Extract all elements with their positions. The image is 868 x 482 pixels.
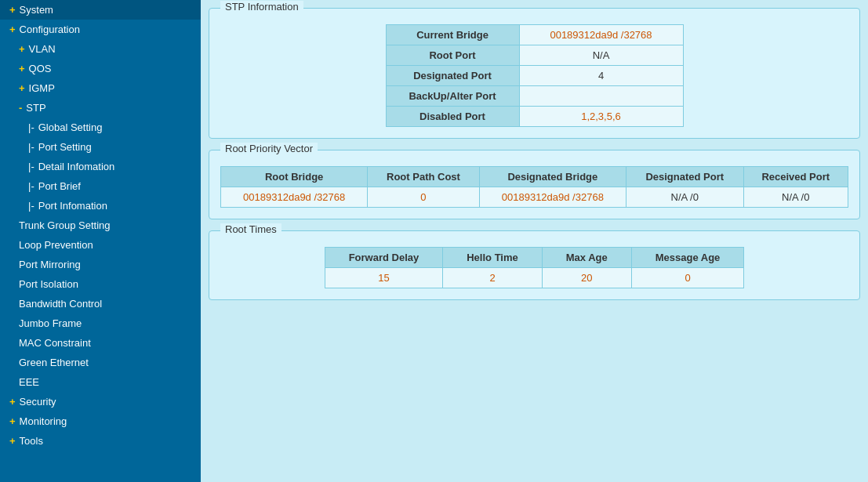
plus-icon: + xyxy=(19,43,25,55)
sidebar-label-loop-prevention: Loop Prevention xyxy=(19,239,93,251)
sidebar-item-security[interactable]: + Security xyxy=(0,392,201,411)
sidebar-item-green-ethernet[interactable]: Green Ethernet xyxy=(0,353,201,372)
sidebar-item-vlan[interactable]: + VLAN xyxy=(0,39,201,59)
sidebar-item-loop-prevention[interactable]: Loop Prevention xyxy=(0,235,201,255)
table-row: Forward DelayHello TimeMax AgeMessage Ag… xyxy=(325,248,744,268)
sidebar-item-port-brief[interactable]: |- Port Brief xyxy=(0,176,201,196)
sidebar-item-monitoring[interactable]: + Monitoring xyxy=(0,411,201,431)
sidebar-label-qos: QOS xyxy=(29,63,52,74)
stp-info-label: Disabled Port xyxy=(386,107,519,127)
rt-header: Hello Time xyxy=(443,248,543,268)
rt-cell: 0 xyxy=(631,268,744,288)
plus-icon: + xyxy=(9,4,16,16)
rpv-header: Designated Port xyxy=(626,167,743,187)
plus-icon: + xyxy=(9,24,16,35)
rpv-cell: 00189312da9d /32768 xyxy=(221,187,368,208)
table-row: Current Bridge00189312da9d /32768 xyxy=(386,25,683,45)
root-times-panel: Root Times Forward DelayHello TimeMax Ag… xyxy=(209,230,860,300)
main-content: STP Information Current Bridge00189312da… xyxy=(201,0,868,482)
rpv-table: Root BridgeRoot Path CostDesignated Brid… xyxy=(220,166,848,208)
dash-icon: |- xyxy=(28,121,35,133)
sidebar-item-jumbo-frame[interactable]: Jumbo Frame xyxy=(0,313,201,333)
rpv-cell: N/A /0 xyxy=(743,187,848,208)
sidebar-label-eee: EEE xyxy=(19,376,39,388)
sidebar-label-configuration: Configuration xyxy=(20,24,80,35)
sidebar-item-port-setting[interactable]: |- Port Setting xyxy=(0,137,201,157)
table-row: Disabled Port1,2,3,5,6 xyxy=(386,107,683,127)
rpv-cell: 0 xyxy=(368,187,479,208)
sidebar-label-monitoring: Monitoring xyxy=(20,415,67,427)
sidebar-label-tools: Tools xyxy=(20,435,43,447)
stp-info-title: STP Information xyxy=(220,1,303,13)
plus-icon: + xyxy=(19,82,25,94)
stp-info-label: Current Bridge xyxy=(386,25,519,45)
sidebar-label-green-ethernet: Green Ethernet xyxy=(19,357,89,368)
plus-icon: + xyxy=(19,63,25,74)
rpv-header: Root Bridge xyxy=(221,167,368,187)
sidebar-label-port-isolation: Port Isolation xyxy=(19,278,78,290)
sidebar-item-global-setting[interactable]: |- Global Setting xyxy=(0,118,201,137)
sidebar-item-igmp[interactable]: + IGMP xyxy=(0,78,201,98)
rt-header: Forward Delay xyxy=(325,248,443,268)
rt-cell: 20 xyxy=(542,268,631,288)
stp-info-panel: STP Information Current Bridge00189312da… xyxy=(209,8,860,139)
sidebar: + System+ Configuration+ VLAN+ QOS+ IGMP… xyxy=(0,0,201,482)
stp-info-table: Current Bridge00189312da9d /32768Root Po… xyxy=(386,24,684,127)
stp-info-value: 4 xyxy=(519,66,683,86)
rpv-title: Root Priority Vector xyxy=(220,143,318,154)
sidebar-label-jumbo-frame: Jumbo Frame xyxy=(19,317,82,329)
root-times-title: Root Times xyxy=(220,223,281,235)
table-row: Root BridgeRoot Path CostDesignated Brid… xyxy=(221,167,848,187)
sidebar-label-igmp: IGMP xyxy=(29,82,55,94)
sidebar-item-port-infomation[interactable]: |- Port Infomation xyxy=(0,196,201,216)
sidebar-label-stp: STP xyxy=(26,102,45,114)
sidebar-item-stp[interactable]: - STP xyxy=(0,98,201,118)
table-row: BackUp/Alter Port xyxy=(386,86,683,107)
dash-icon: |- xyxy=(28,180,35,192)
sidebar-item-port-mirroring[interactable]: Port Mirroring xyxy=(0,255,201,274)
sidebar-label-vlan: VLAN xyxy=(29,43,56,55)
rt-table: Forward DelayHello TimeMax AgeMessage Ag… xyxy=(325,247,745,288)
table-row: 00189312da9d /32768000189312da9d /32768N… xyxy=(221,187,848,208)
stp-info-value: 1,2,3,5,6 xyxy=(519,107,683,127)
sidebar-item-tools[interactable]: + Tools xyxy=(0,431,201,451)
rpv-header: Designated Bridge xyxy=(479,167,626,187)
stp-info-value xyxy=(519,86,683,107)
sidebar-item-mac-constraint[interactable]: MAC Constraint xyxy=(0,333,201,353)
sidebar-item-qos[interactable]: + QOS xyxy=(0,59,201,78)
rpv-header: Received Port xyxy=(743,167,848,187)
rpv-header: Root Path Cost xyxy=(368,167,479,187)
table-row: Designated Port4 xyxy=(386,66,683,86)
sidebar-label-detail-infomation: Detail Infomation xyxy=(38,161,115,172)
sidebar-label-system: System xyxy=(20,4,53,16)
minus-icon: - xyxy=(19,102,22,114)
stp-info-label: BackUp/Alter Port xyxy=(386,86,519,107)
plus-icon: + xyxy=(9,396,16,408)
sidebar-label-port-mirroring: Port Mirroring xyxy=(19,259,81,270)
sidebar-item-bandwidth-control[interactable]: Bandwidth Control xyxy=(0,294,201,313)
sidebar-label-port-infomation: Port Infomation xyxy=(38,200,107,212)
dash-icon: |- xyxy=(28,141,35,153)
sidebar-label-port-brief: Port Brief xyxy=(38,180,81,192)
plus-icon: + xyxy=(9,435,16,447)
sidebar-item-system[interactable]: + System xyxy=(0,0,201,20)
rt-header: Max Age xyxy=(542,248,631,268)
sidebar-item-configuration[interactable]: + Configuration xyxy=(0,20,201,39)
table-row: 152200 xyxy=(325,268,744,288)
stp-info-label: Root Port xyxy=(386,45,519,66)
sidebar-item-eee[interactable]: EEE xyxy=(0,372,201,392)
sidebar-label-bandwidth-control: Bandwidth Control xyxy=(19,298,102,310)
sidebar-label-trunk-group-setting: Trunk Group Setting xyxy=(19,219,111,231)
sidebar-item-detail-infomation[interactable]: |- Detail Infomation xyxy=(0,157,201,176)
sidebar-item-trunk-group-setting[interactable]: Trunk Group Setting xyxy=(0,216,201,235)
rpv-panel: Root Priority Vector Root BridgeRoot Pat… xyxy=(209,150,860,219)
rpv-cell: 00189312da9d /32768 xyxy=(479,187,626,208)
plus-icon: + xyxy=(9,415,16,427)
sidebar-label-port-setting: Port Setting xyxy=(38,141,92,153)
dash-icon: |- xyxy=(28,200,35,212)
stp-info-value: 00189312da9d /32768 xyxy=(519,25,683,45)
sidebar-label-global-setting: Global Setting xyxy=(38,121,103,133)
sidebar-item-port-isolation[interactable]: Port Isolation xyxy=(0,274,201,294)
stp-info-label: Designated Port xyxy=(386,66,519,86)
rpv-cell: N/A /0 xyxy=(626,187,743,208)
